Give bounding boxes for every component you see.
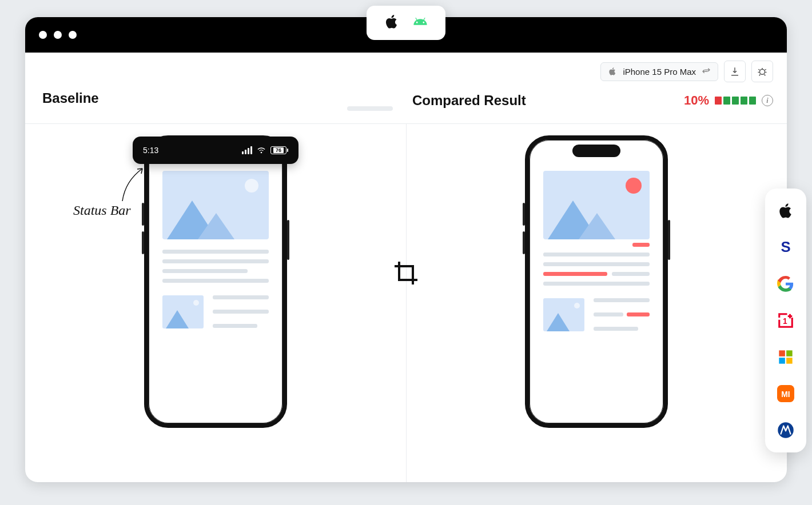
baseline-heading: Baseline <box>42 90 99 106</box>
svg-point-0 <box>760 69 765 74</box>
svg-text:S: S <box>781 239 790 255</box>
download-button[interactable] <box>724 61 746 82</box>
mock-text-line <box>162 279 269 283</box>
diff-highlight <box>626 178 642 194</box>
compared-device-frame <box>525 135 668 428</box>
baseline-device-frame <box>144 135 287 428</box>
svg-text:1: 1 <box>783 317 787 326</box>
mock-text-line <box>162 250 269 254</box>
mock-text-line <box>213 324 257 328</box>
brand-apple[interactable] <box>776 201 795 221</box>
mock-text-line <box>594 312 623 316</box>
compare-headers: Baseline Compared Result 10% i <box>25 90 787 124</box>
apple-icon[interactable] <box>384 14 400 32</box>
baseline-screen <box>149 140 282 423</box>
mock-thumb-image <box>162 295 204 328</box>
mock-hero-image <box>162 171 269 239</box>
brand-rail: S 1 MI <box>765 189 806 452</box>
brand-google[interactable] <box>776 274 795 294</box>
mock-text-line <box>213 295 269 299</box>
quality-indicator <box>715 97 756 105</box>
compared-screen <box>530 140 663 423</box>
svg-rect-4 <box>786 350 793 356</box>
mock-text-line <box>162 259 269 263</box>
compared-pane <box>406 124 787 482</box>
android-icon[interactable] <box>412 14 428 32</box>
crop-icon[interactable] <box>392 259 420 289</box>
apple-icon <box>608 67 617 76</box>
mock-hero-image <box>543 171 650 239</box>
battery-icon: 76 <box>270 146 288 154</box>
mock-text-line <box>543 282 650 286</box>
status-bar-annotation: Status Bar <box>73 203 131 218</box>
mock-text-line <box>213 310 269 314</box>
signal-icon <box>242 146 252 154</box>
toolbar: iPhone 15 Pro Max <box>25 53 787 90</box>
status-bar-overlay: 5:13 76 <box>133 137 298 164</box>
svg-rect-3 <box>779 350 785 356</box>
mock-text-line <box>594 327 638 331</box>
svg-rect-5 <box>779 358 785 364</box>
wifi-icon <box>257 146 266 155</box>
mock-text-line <box>543 262 650 266</box>
opacity-slider[interactable] <box>347 106 393 111</box>
compared-heading: Compared Result <box>412 93 526 109</box>
mock-text-line <box>612 272 650 276</box>
baseline-pane: 5:13 76 Status Bar <box>25 124 406 482</box>
diff-highlight <box>627 312 650 316</box>
diff-highlight <box>543 272 607 276</box>
bug-button[interactable] <box>751 61 773 82</box>
status-time: 5:13 <box>143 146 158 155</box>
brand-samsung[interactable]: S <box>776 238 795 257</box>
app-window: iPhone 15 Pro Max Baseline Compared Resu… <box>25 17 787 482</box>
info-icon[interactable]: i <box>762 95 773 106</box>
diff-percentage: 10% <box>684 93 709 108</box>
mock-text-line <box>543 252 650 256</box>
brand-xiaomi[interactable]: MI <box>776 384 795 403</box>
device-selector[interactable]: iPhone 15 Pro Max <box>600 62 718 81</box>
mock-thumb-image <box>543 298 584 331</box>
diff-highlight <box>632 243 650 247</box>
swap-icon <box>702 67 711 76</box>
brand-motorola[interactable] <box>776 420 795 440</box>
device-label: iPhone 15 Pro Max <box>623 67 696 77</box>
mock-text-line <box>162 269 248 273</box>
window-traffic-lights[interactable] <box>39 31 77 39</box>
compare-pane: 5:13 76 Status Bar <box>25 124 787 482</box>
brand-oneplus[interactable]: 1 <box>776 311 795 330</box>
mock-text-line <box>594 298 650 302</box>
platform-selector[interactable] <box>367 6 445 40</box>
brand-microsoft[interactable] <box>776 347 795 367</box>
svg-rect-6 <box>786 358 793 364</box>
svg-text:MI: MI <box>781 390 790 399</box>
